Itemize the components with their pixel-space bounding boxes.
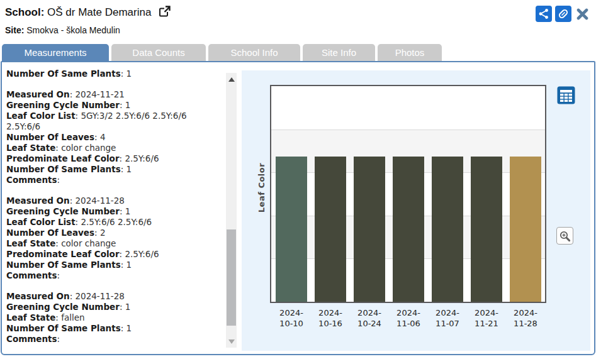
field-comments: Comments:: [6, 334, 223, 345]
school-title: School: OŠ dr Mate Demarina: [5, 5, 171, 21]
chart-x-axis: 2024-10-102024-10-162024-10-242024-11-06…: [0, 307, 596, 333]
x-tick-label: 2024-11-06: [389, 307, 428, 329]
field-comments: Comments:: [6, 175, 223, 185]
measurement-block: Number Of Same Plants: 1: [6, 69, 223, 79]
page: School: OŠ dr Mate Demarina: [0, 0, 596, 364]
open-in-new-icon[interactable]: [159, 5, 171, 21]
bar-2024-10-10[interactable]: [276, 157, 307, 302]
bar-2024-11-21[interactable]: [471, 157, 502, 302]
measurement-block: Measured On: 2024-11-21Greening Cycle Nu…: [6, 89, 223, 185]
chart-zoom-button[interactable]: [556, 227, 573, 245]
x-tick-label: 2024-11-21: [467, 307, 506, 329]
tab-site-info[interactable]: Site Info: [303, 44, 375, 61]
field-number-of-leaves: Number Of Leaves: 2: [6, 228, 223, 238]
school-name: OŠ dr Mate Demarina: [47, 6, 151, 18]
scroll-up-icon[interactable]: [226, 74, 237, 84]
site-title: Site: Smokva - škola Medulin: [5, 25, 120, 35]
field-greening-cycle-number: Greening Cycle Number: 1: [6, 206, 223, 217]
measurements-scrollbar[interactable]: [226, 73, 237, 348]
tab-data-counts[interactable]: Data Counts: [111, 44, 206, 61]
field-number-of-same-plants: Number Of Same Plants: 1: [6, 69, 223, 79]
gridline: [271, 130, 545, 130]
share-button[interactable]: [536, 6, 552, 22]
x-tick-label: 2024-10-16: [311, 307, 350, 329]
magnifier-zoom-icon: [559, 230, 571, 242]
field-greening-cycle-number: Greening Cycle Number: 1: [6, 100, 223, 111]
site-name: Smokva - škola Medulin: [26, 25, 120, 35]
field-leaf-color-list: Leaf Color List: 2.5Y:6/6 2.5Y:6/6: [6, 217, 223, 228]
tab-measurements[interactable]: Measurements: [2, 44, 109, 61]
site-label: Site:: [5, 25, 24, 35]
field-number-of-same-plants: Number Of Same Plants: 1: [6, 164, 223, 175]
field-measured-on: Measured On: 2024-11-28: [6, 291, 223, 302]
chart-y-axis-label: Leaf Color: [257, 150, 266, 226]
x-tick-label: 2024-10-24: [350, 307, 389, 329]
x-tick-label: 2024-10-10: [272, 307, 311, 329]
tab-school-info[interactable]: School Info: [208, 44, 300, 61]
close-button[interactable]: [575, 6, 590, 22]
share-icon: [538, 8, 549, 19]
tab-photos[interactable]: Photos: [378, 44, 442, 61]
header-actions: [536, 6, 590, 22]
field-leaf-state: Leaf State: color change: [6, 143, 223, 153]
chart-plot: [271, 86, 545, 302]
show-data-table-button[interactable]: [557, 86, 575, 104]
x-tick-label: 2024-11-07: [428, 307, 467, 329]
bar-2024-10-16[interactable]: [315, 157, 346, 302]
field-comments: Comments:: [6, 270, 223, 281]
measurement-block: Measured On: 2024-11-28Greening Cycle Nu…: [6, 196, 223, 281]
field-leaf-color-list: Leaf Color List: 5GY:3/2 2.5Y:6/6 2.5Y:6…: [6, 111, 223, 132]
link-button[interactable]: [555, 6, 571, 22]
field-predominate-leaf-color: Predominate Leaf Color: 2.5Y:6/6: [6, 153, 223, 164]
x-tick-label: 2024-11-28: [506, 307, 545, 329]
leaf-color-chart: [270, 85, 546, 303]
paperclip-link-icon: [558, 8, 569, 19]
field-number-of-leaves: Number Of Leaves: 4: [6, 132, 223, 143]
bar-2024-11-06[interactable]: [393, 157, 424, 302]
bar-2024-11-28[interactable]: [510, 157, 541, 302]
close-icon: [576, 8, 588, 20]
bar-2024-10-24[interactable]: [354, 157, 385, 302]
tab-bar: MeasurementsData CountsSchool InfoSite I…: [2, 44, 442, 61]
data-table-icon: [557, 86, 575, 104]
bar-2024-11-07[interactable]: [432, 157, 463, 302]
field-measured-on: Measured On: 2024-11-21: [6, 89, 223, 100]
field-leaf-state: Leaf State: color change: [6, 238, 223, 249]
field-number-of-same-plants: Number Of Same Plants: 1: [6, 260, 223, 270]
field-predominate-leaf-color: Predominate Leaf Color: 2.5Y:6/6: [6, 249, 223, 260]
school-label: School:: [5, 6, 44, 18]
field-measured-on: Measured On: 2024-11-28: [6, 196, 223, 206]
scroll-down-icon[interactable]: [226, 336, 237, 346]
